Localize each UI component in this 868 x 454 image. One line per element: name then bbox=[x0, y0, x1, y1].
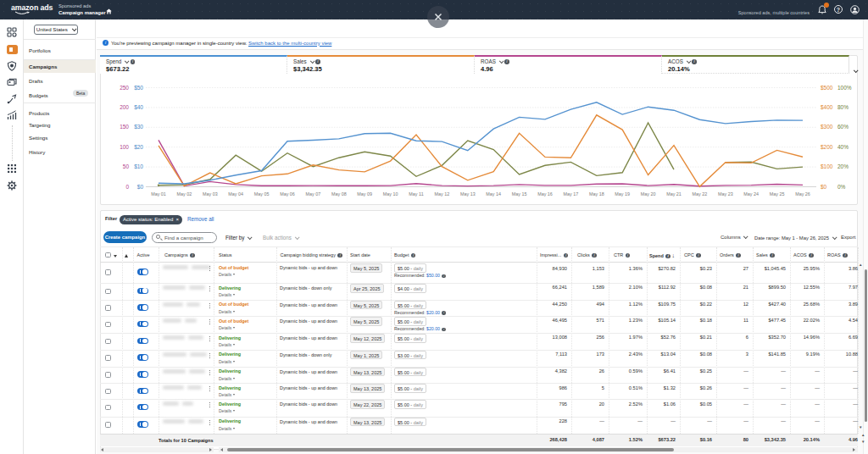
svg-text:May 24: May 24 bbox=[743, 191, 759, 197]
svg-text:May 19: May 19 bbox=[615, 191, 630, 197]
svg-text:200: 200 bbox=[120, 104, 129, 110]
svg-text:40%: 40% bbox=[837, 144, 849, 150]
svg-text:May 10: May 10 bbox=[383, 191, 398, 197]
svg-text:May 02: May 02 bbox=[177, 191, 192, 197]
svg-text:$0: $0 bbox=[821, 184, 827, 190]
svg-text:$50: $50 bbox=[134, 85, 143, 91]
svg-text:May 05: May 05 bbox=[254, 191, 270, 197]
svg-text:$500: $500 bbox=[821, 85, 833, 91]
svg-text:$300: $300 bbox=[821, 124, 833, 130]
svg-text:$100: $100 bbox=[821, 163, 833, 169]
svg-text:May 06: May 06 bbox=[280, 191, 295, 197]
svg-text:150: 150 bbox=[120, 124, 129, 130]
svg-text:80%: 80% bbox=[837, 104, 849, 110]
svg-text:$40: $40 bbox=[134, 104, 143, 110]
svg-text:60%: 60% bbox=[837, 124, 849, 130]
svg-text:$0: $0 bbox=[137, 184, 144, 190]
svg-text:May 04: May 04 bbox=[228, 191, 243, 197]
svg-text:May 18: May 18 bbox=[589, 191, 604, 197]
svg-text:May 17: May 17 bbox=[564, 191, 579, 197]
svg-text:May 22: May 22 bbox=[693, 191, 708, 197]
svg-text:50: 50 bbox=[123, 163, 130, 169]
svg-text:May 21: May 21 bbox=[666, 191, 682, 197]
svg-text:$20: $20 bbox=[134, 144, 143, 150]
svg-text:May 16: May 16 bbox=[537, 191, 553, 197]
svg-text:May 13: May 13 bbox=[460, 191, 476, 197]
svg-text:100%: 100% bbox=[837, 85, 852, 91]
svg-text:May 15: May 15 bbox=[512, 191, 527, 197]
svg-text:$200: $200 bbox=[821, 144, 833, 150]
svg-text:May 03: May 03 bbox=[203, 191, 218, 197]
svg-text:0: 0 bbox=[125, 184, 129, 190]
svg-text:May 09: May 09 bbox=[357, 191, 372, 197]
svg-text:0%: 0% bbox=[837, 184, 846, 190]
svg-text:20%: 20% bbox=[837, 163, 849, 169]
svg-text:May 07: May 07 bbox=[306, 191, 321, 197]
svg-text:May 14: May 14 bbox=[486, 191, 501, 197]
svg-text:May 23: May 23 bbox=[718, 191, 733, 197]
svg-text:$10: $10 bbox=[134, 163, 143, 169]
svg-text:May 01: May 01 bbox=[151, 191, 166, 197]
svg-text:100: 100 bbox=[120, 144, 129, 150]
svg-text:May 20: May 20 bbox=[641, 191, 656, 197]
svg-text:May 12: May 12 bbox=[435, 191, 450, 197]
svg-text:$30: $30 bbox=[134, 124, 143, 130]
svg-text:$400: $400 bbox=[821, 104, 833, 110]
svg-text:May 08: May 08 bbox=[331, 191, 347, 197]
svg-text:May 11: May 11 bbox=[409, 191, 423, 197]
svg-text:250: 250 bbox=[120, 85, 129, 91]
svg-text:May 25: May 25 bbox=[770, 191, 785, 197]
svg-text:May 26: May 26 bbox=[795, 191, 810, 197]
